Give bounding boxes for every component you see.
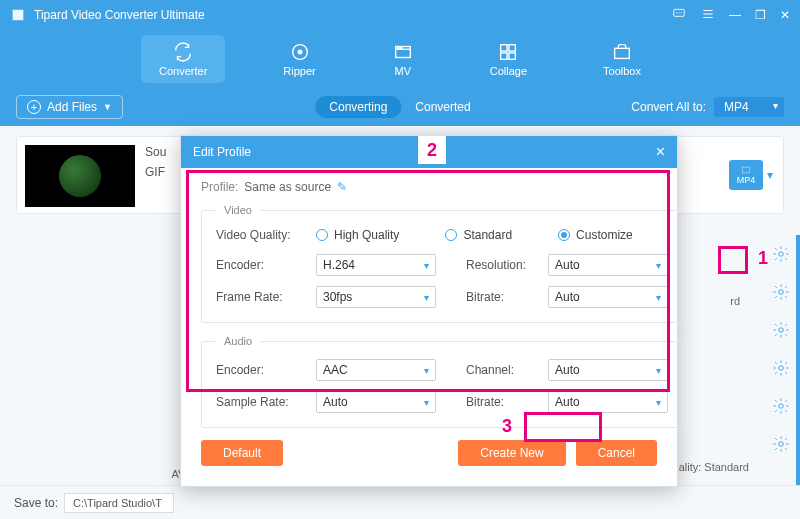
settings-gear-icon[interactable]	[772, 245, 790, 263]
nav-mv[interactable]: MV	[374, 35, 432, 83]
radio-standard-label: Standard	[463, 228, 512, 242]
audio-bitrate-label: Bitrate:	[466, 395, 538, 409]
convert-all-label: Convert All to:	[631, 100, 706, 114]
svg-point-5	[298, 50, 302, 54]
settings-gear-icon[interactable]	[772, 321, 790, 339]
default-button[interactable]: Default	[201, 440, 283, 466]
audio-encoder-select[interactable]: AAC	[316, 359, 436, 381]
collage-icon	[497, 41, 519, 63]
scroll-indicator	[796, 235, 800, 495]
audio-bitrate-value: Auto	[555, 395, 580, 409]
radio-customize-label: Customize	[576, 228, 633, 242]
nav-collage[interactable]: Collage	[472, 35, 545, 83]
video-framerate-value: 30fps	[323, 290, 352, 304]
gear-column	[772, 245, 790, 453]
audio-samplerate-select[interactable]: Auto	[316, 391, 436, 413]
svg-point-17	[779, 328, 784, 333]
svg-rect-9	[501, 45, 507, 51]
feedback-icon[interactable]	[671, 7, 687, 24]
create-new-button[interactable]: Create New	[458, 440, 565, 466]
video-framerate-select[interactable]: 30fps	[316, 286, 436, 308]
toolbox-icon	[611, 41, 633, 63]
settings-gear-icon[interactable]	[772, 359, 790, 377]
bottom-bar: Save to: C:\Tipard Studio\T	[0, 485, 800, 519]
media-meta: Sou GIF	[145, 145, 166, 179]
svg-rect-10	[509, 45, 515, 51]
nav-ripper[interactable]: Ripper	[265, 35, 333, 83]
settings-gear-icon[interactable]	[772, 435, 790, 453]
close-button[interactable]: ✕	[780, 8, 790, 22]
svg-point-15	[779, 252, 784, 257]
title-bar: Tipard Video Converter Ultimate — ❐ ✕	[0, 0, 800, 30]
nav-toolbox-label: Toolbox	[603, 65, 641, 77]
audio-channel-select[interactable]: Auto	[548, 359, 668, 381]
save-to-path[interactable]: C:\Tipard Studio\T	[64, 493, 174, 513]
video-bitrate-select[interactable]: Auto	[548, 286, 668, 308]
tab-converted[interactable]: Converted	[401, 96, 484, 118]
audio-channel-value: Auto	[555, 363, 580, 377]
edit-pencil-icon[interactable]: ✎	[337, 180, 347, 194]
format-badge: MP4	[729, 160, 763, 190]
profile-row: Profile: Same as source ✎	[201, 180, 657, 194]
save-to-label: Save to:	[14, 496, 58, 510]
settings-gear-icon[interactable]	[772, 397, 790, 415]
video-resolution-select[interactable]: Auto	[548, 254, 668, 276]
svg-point-18	[779, 366, 784, 371]
svg-point-1	[676, 12, 677, 13]
output-format-selector[interactable]: MP4 ▾	[729, 160, 773, 190]
annotation-marker-2-box: 2	[418, 136, 446, 164]
menu-icon[interactable]	[701, 7, 715, 24]
state-tabs: Converting Converted	[315, 96, 484, 118]
radio-customize[interactable]: Customize	[558, 228, 633, 242]
video-quality-label: Video Quality:	[216, 228, 306, 242]
dialog-body: Profile: Same as source ✎ Video Video Qu…	[181, 168, 677, 486]
video-resolution-value: Auto	[555, 258, 580, 272]
list-quality-fragment: rd	[730, 295, 740, 307]
svg-point-7	[397, 47, 398, 48]
svg-point-8	[400, 47, 401, 48]
audio-samplerate-label: Sample Rate:	[216, 395, 306, 409]
audio-legend: Audio	[216, 335, 260, 347]
radio-high-quality[interactable]: High Quality	[316, 228, 399, 242]
audio-samplerate-value: Auto	[323, 395, 348, 409]
convert-all-value: MP4	[724, 100, 749, 114]
nav-converter-label: Converter	[159, 65, 207, 77]
audio-encoder-label: Encoder:	[216, 363, 306, 377]
maximize-button[interactable]: ❐	[755, 8, 766, 22]
video-bitrate-label: Bitrate:	[466, 290, 538, 304]
video-framerate-label: Frame Rate:	[216, 290, 306, 304]
video-encoder-label: Encoder:	[216, 258, 306, 272]
profile-label: Profile:	[201, 180, 238, 194]
nav-converter[interactable]: Converter	[141, 35, 225, 83]
dialog-footer: Default Create New Cancel	[201, 440, 657, 470]
app-title: Tipard Video Converter Ultimate	[34, 8, 205, 22]
video-legend: Video	[216, 204, 260, 216]
add-files-button[interactable]: + Add Files ▼	[16, 95, 123, 119]
audio-fieldset: Audio Encoder: AAC Channel: Auto Sample …	[201, 335, 683, 428]
audio-bitrate-select[interactable]: Auto	[548, 391, 668, 413]
profile-value: Same as source	[244, 180, 331, 194]
audio-channel-label: Channel:	[466, 363, 538, 377]
radio-high-quality-label: High Quality	[334, 228, 399, 242]
convert-all-select[interactable]: MP4	[714, 97, 784, 117]
cancel-button[interactable]: Cancel	[576, 440, 657, 466]
nav-collage-label: Collage	[490, 65, 527, 77]
edit-profile-dialog: Edit Profile × Profile: Same as source ✎…	[180, 135, 678, 487]
video-encoder-value: H.264	[323, 258, 355, 272]
video-fieldset: Video Video Quality: High Quality Standa…	[201, 204, 683, 323]
format-badge-label: MP4	[737, 175, 756, 185]
svg-point-16	[779, 290, 784, 295]
nav-toolbox[interactable]: Toolbox	[585, 35, 659, 83]
radio-standard[interactable]: Standard	[445, 228, 512, 242]
settings-gear-icon[interactable]	[772, 283, 790, 301]
video-bitrate-value: Auto	[555, 290, 580, 304]
media-source-label: Sou	[145, 145, 166, 159]
video-encoder-select[interactable]: H.264	[316, 254, 436, 276]
mv-icon	[392, 41, 414, 63]
minimize-button[interactable]: —	[729, 8, 741, 22]
plus-icon: +	[27, 100, 41, 114]
svg-point-19	[779, 404, 784, 409]
tab-converting[interactable]: Converting	[315, 96, 401, 118]
audio-encoder-value: AAC	[323, 363, 348, 377]
dialog-close-button[interactable]: ×	[656, 143, 665, 161]
